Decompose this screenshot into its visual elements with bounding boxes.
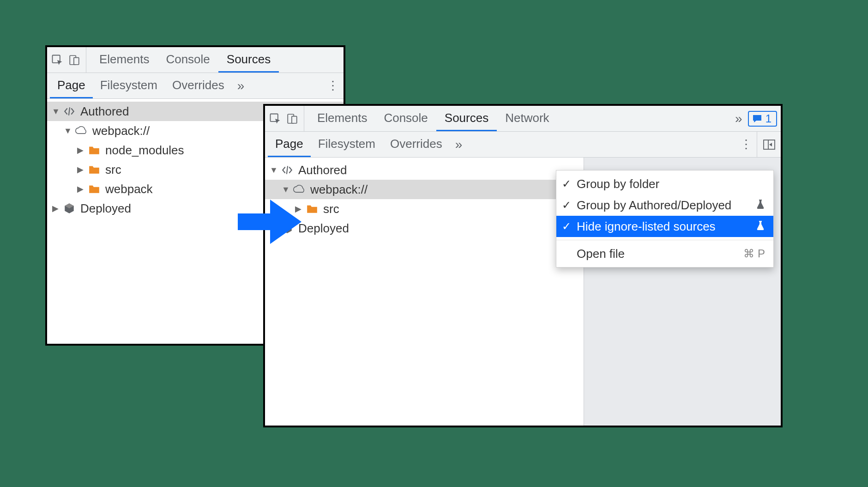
sources-kebab-menu-icon[interactable]: ⋮ xyxy=(322,73,344,98)
cloud-icon xyxy=(293,184,306,195)
sources-menu: ✓ Group by folder ✓ Group by Authored/De… xyxy=(556,170,774,268)
svg-rect-2 xyxy=(74,57,79,64)
tab-console[interactable]: Console xyxy=(375,106,436,131)
tree-label: Authored xyxy=(79,104,129,119)
check-icon: ✓ xyxy=(561,177,572,190)
disclosure-down-icon: ▼ xyxy=(64,126,71,136)
tree-webpack[interactable]: ▼ webpack:// xyxy=(265,180,584,199)
tab-sources[interactable]: Sources xyxy=(218,47,279,73)
sources-kebab-menu-icon[interactable]: ⋮ xyxy=(735,132,757,157)
menu-label: Group by folder xyxy=(577,177,765,191)
more-tabs-icon[interactable]: » xyxy=(232,73,250,98)
menu-label: Group by Authored/Deployed xyxy=(577,198,751,213)
subtab-page[interactable]: Page xyxy=(268,132,311,157)
tree-label: node_modules xyxy=(104,143,184,158)
menu-group-by-folder[interactable]: ✓ Group by folder xyxy=(556,173,773,195)
menu-separator xyxy=(556,240,773,240)
disclosure-right-icon: ▶ xyxy=(77,184,84,194)
sources-subtoolbar: Page Filesystem Overrides » ⋮ xyxy=(47,73,344,99)
tree-authored[interactable]: ▼ Authored xyxy=(265,160,584,180)
folder-icon xyxy=(88,164,101,175)
device-toggle-icon[interactable] xyxy=(68,54,80,67)
cloud-icon xyxy=(75,126,88,136)
tree-label: webpack:// xyxy=(91,124,150,138)
folder-icon xyxy=(88,145,101,155)
menu-hide-ignore-listed[interactable]: ✓ Hide ignore-listed sources xyxy=(556,216,773,237)
tree-label: Deployed xyxy=(297,221,349,236)
messages-count: 1 xyxy=(766,112,772,125)
tree-label: webpack xyxy=(104,182,153,196)
subtab-filesystem[interactable]: Filesystem xyxy=(93,73,165,98)
main-toolbar: Elements Console Sources Network » 1 xyxy=(265,106,781,132)
disclosure-down-icon: ▼ xyxy=(270,165,277,175)
menu-open-file[interactable]: Open file ⌘ P xyxy=(556,243,773,264)
disclosure-right-icon: ▶ xyxy=(77,145,84,155)
subtab-page[interactable]: Page xyxy=(50,73,93,98)
device-toggle-icon[interactable] xyxy=(286,112,298,125)
subtab-overrides[interactable]: Overrides xyxy=(383,132,450,157)
collapse-pane-icon[interactable] xyxy=(757,132,781,157)
disclosure-right-icon: ▶ xyxy=(52,203,59,213)
more-tabs-icon[interactable]: » xyxy=(450,132,468,157)
flask-icon xyxy=(756,219,765,234)
tree-label: Deployed xyxy=(79,201,131,216)
main-toolbar: Elements Console Sources xyxy=(47,47,344,73)
message-icon xyxy=(752,113,763,124)
tree-label: src xyxy=(322,202,339,216)
disclosure-down-icon: ▼ xyxy=(282,185,289,195)
disclosure-down-icon: ▼ xyxy=(52,107,59,116)
more-tabs-icon[interactable]: » xyxy=(729,112,748,125)
check-icon: ✓ xyxy=(561,199,572,212)
code-icon xyxy=(281,165,294,175)
folder-icon xyxy=(88,184,101,194)
tree-label: webpack:// xyxy=(309,183,368,197)
tab-console[interactable]: Console xyxy=(157,47,218,73)
tab-network[interactable]: Network xyxy=(497,106,557,131)
subtab-filesystem[interactable]: Filesystem xyxy=(311,132,383,157)
tab-elements[interactable]: Elements xyxy=(309,106,375,131)
transition-arrow-icon xyxy=(233,194,302,253)
menu-group-by-authored-deployed[interactable]: ✓ Group by Authored/Deployed xyxy=(556,195,773,216)
disclosure-right-icon: ▶ xyxy=(77,164,84,175)
tree-deployed[interactable]: ▶ Deployed xyxy=(265,219,584,238)
deployed-icon xyxy=(63,202,76,214)
messages-badge[interactable]: 1 xyxy=(748,111,777,127)
tree-label: Authored xyxy=(297,163,347,177)
code-icon xyxy=(63,106,76,116)
file-tree: ▼ Authored ▼ webpack:// ▶ xyxy=(265,158,584,426)
tree-label: src xyxy=(104,163,121,177)
subtab-overrides[interactable]: Overrides xyxy=(165,73,232,98)
svg-rect-5 xyxy=(292,116,297,123)
check-icon: ✓ xyxy=(561,220,572,233)
tab-sources[interactable]: Sources xyxy=(436,106,497,131)
menu-label: Open file xyxy=(577,247,720,261)
tree-src[interactable]: ▶ src xyxy=(265,199,584,219)
menu-label: Hide ignore-listed sources xyxy=(577,219,751,234)
menu-shortcut: ⌘ P xyxy=(725,247,765,260)
tab-elements[interactable]: Elements xyxy=(91,47,157,73)
inspect-icon[interactable] xyxy=(51,54,64,67)
inspect-icon[interactable] xyxy=(269,112,282,125)
sources-subtoolbar: Page Filesystem Overrides » ⋮ xyxy=(265,132,781,158)
flask-icon xyxy=(756,198,765,213)
folder-icon xyxy=(306,204,319,214)
